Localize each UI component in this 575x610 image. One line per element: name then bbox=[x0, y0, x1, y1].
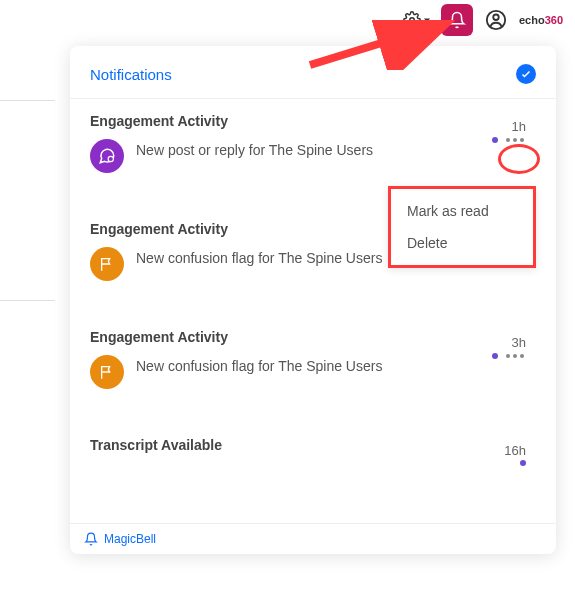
context-menu: Mark as read Delete bbox=[388, 186, 536, 268]
delete-item[interactable]: Delete bbox=[391, 227, 533, 259]
more-button[interactable] bbox=[504, 136, 526, 144]
mark-all-read-button[interactable] bbox=[516, 64, 536, 84]
svg-point-3 bbox=[108, 156, 113, 161]
mark-as-read-item[interactable]: Mark as read bbox=[391, 195, 533, 227]
notification-meta: 16h bbox=[504, 443, 526, 466]
panel-title: Notifications bbox=[90, 66, 172, 83]
footer-brand[interactable]: MagicBell bbox=[104, 532, 156, 546]
svg-point-1 bbox=[493, 15, 499, 21]
group-title: Transcript Available bbox=[90, 437, 530, 453]
notification-text: New confusion flag for The Spine Users bbox=[136, 355, 530, 376]
chevron-down-icon bbox=[423, 16, 431, 24]
notification-group: Engagement Activity New post or reply fo… bbox=[70, 99, 550, 187]
notification-group: Transcript Available 16h bbox=[70, 423, 550, 477]
flag-icon bbox=[90, 355, 124, 389]
gear-icon bbox=[403, 11, 421, 29]
settings-button[interactable] bbox=[403, 11, 431, 29]
notification-group: Engagement Activity New confusion flag f… bbox=[70, 315, 550, 403]
notification-time: 1h bbox=[512, 119, 526, 134]
panel-header: Notifications bbox=[70, 46, 556, 99]
unread-indicator bbox=[492, 137, 498, 143]
unread-indicator bbox=[492, 353, 498, 359]
bell-small-icon bbox=[84, 532, 98, 546]
check-icon bbox=[520, 68, 532, 80]
notification-item[interactable]: 16h bbox=[90, 463, 530, 469]
bell-icon bbox=[448, 11, 466, 29]
panel-footer: MagicBell bbox=[70, 523, 556, 554]
notification-time: 3h bbox=[512, 335, 526, 350]
notifications-panel: Notifications Engagement Activity New po… bbox=[70, 46, 556, 554]
account-button[interactable] bbox=[483, 7, 509, 33]
notification-item[interactable]: New confusion flag for The Spine Users 3… bbox=[90, 355, 530, 395]
top-bar: echo360 bbox=[403, 0, 575, 40]
brand-logo: echo360 bbox=[519, 14, 563, 26]
notification-item[interactable]: New post or reply for The Spine Users 1h bbox=[90, 139, 530, 179]
panel-body[interactable]: Engagement Activity New post or reply fo… bbox=[70, 99, 556, 523]
group-title: Engagement Activity bbox=[90, 113, 530, 129]
user-icon bbox=[485, 9, 507, 31]
unread-indicator bbox=[520, 460, 526, 466]
flag-icon bbox=[90, 247, 124, 281]
divider bbox=[0, 300, 55, 301]
notification-meta: 1h bbox=[492, 119, 526, 144]
notification-meta: 3h bbox=[492, 335, 526, 360]
notification-time: 16h bbox=[504, 443, 526, 458]
chat-icon bbox=[90, 139, 124, 173]
divider bbox=[0, 100, 55, 101]
more-button[interactable] bbox=[504, 352, 526, 360]
notification-text: New post or reply for The Spine Users bbox=[136, 139, 530, 160]
group-title: Engagement Activity bbox=[90, 329, 530, 345]
notifications-button[interactable] bbox=[441, 4, 473, 36]
